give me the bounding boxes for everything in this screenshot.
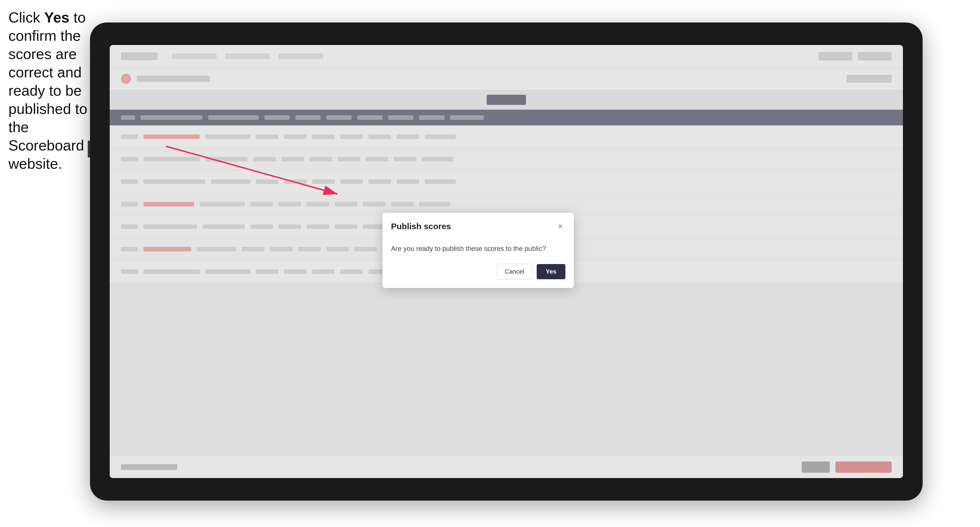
instruction-bold: Yes	[44, 9, 70, 25]
yes-button[interactable]: Yes	[537, 264, 565, 279]
close-icon[interactable]: ×	[555, 221, 565, 232]
cancel-button[interactable]: Cancel	[497, 264, 532, 279]
instruction-text: Click Yes to confirm the scores are corr…	[8, 8, 90, 173]
modal-overlay: Publish scores × Are you ready to publis…	[110, 45, 903, 478]
modal-header: Publish scores ×	[383, 213, 574, 237]
modal-title: Publish scores	[391, 222, 451, 231]
modal-footer: Cancel Yes	[383, 258, 574, 288]
tablet-device: Publish scores × Are you ready to publis…	[90, 22, 923, 500]
publish-scores-dialog: Publish scores × Are you ready to publis…	[383, 213, 574, 288]
modal-message: Are you ready to publish these scores to…	[391, 244, 565, 252]
tablet-screen: Publish scores × Are you ready to publis…	[110, 45, 903, 478]
modal-body: Are you ready to publish these scores to…	[383, 237, 574, 258]
tablet-side-button	[88, 141, 90, 157]
